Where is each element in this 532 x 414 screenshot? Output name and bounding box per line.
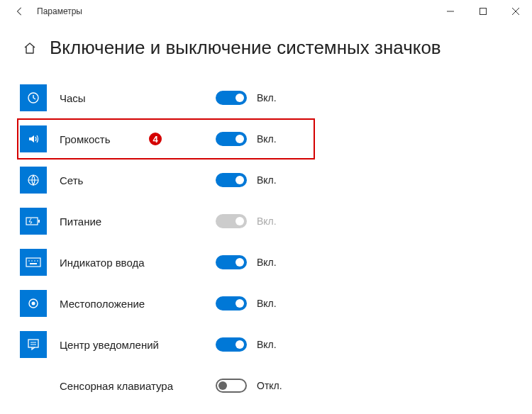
location-icon — [20, 290, 47, 317]
row-location: Местоположение Вкл. — [20, 283, 512, 324]
svg-rect-11 — [30, 263, 37, 264]
toggle-volume[interactable] — [216, 132, 247, 146]
keyboard-icon — [20, 249, 47, 276]
row-network: Сеть Вкл. — [20, 160, 512, 201]
row-clock: Часы Вкл. — [20, 77, 512, 118]
home-button[interactable] — [20, 38, 40, 58]
row-label: Индикатор ввода — [60, 257, 216, 269]
titlebar: Параметры — [0, 0, 532, 23]
settings-list: Часы Вкл. Громкость 4 Вкл. Сеть Вкл. Пит… — [0, 73, 532, 406]
row-label: Питание — [60, 216, 216, 228]
svg-rect-14 — [28, 340, 38, 347]
svg-point-9 — [34, 260, 35, 262]
row-power: Питание Вкл. — [20, 201, 512, 242]
toggle-clock[interactable] — [216, 91, 247, 105]
minimize-button[interactable] — [434, 0, 467, 23]
row-label: Сенсорная клавиатура — [60, 380, 216, 392]
window-controls — [434, 0, 532, 23]
page-title: Включение и выключение системных значков — [50, 37, 441, 59]
globe-icon — [20, 167, 47, 194]
clock-icon — [20, 84, 47, 111]
close-button[interactable] — [499, 0, 532, 23]
toggle-location[interactable] — [216, 296, 247, 310]
window-title: Параметры — [37, 6, 82, 16]
svg-rect-6 — [26, 258, 40, 267]
row-label: Часы — [60, 92, 216, 104]
toggle-power — [216, 214, 247, 228]
action-center-icon — [20, 331, 47, 358]
row-label: Громкость — [60, 133, 216, 145]
toggle-state: Вкл. — [257, 339, 277, 350]
toggle-action-center[interactable] — [216, 337, 247, 352]
row-label: Сеть — [60, 174, 216, 186]
toggle-state: Вкл. — [257, 216, 277, 227]
svg-rect-4 — [26, 218, 38, 225]
row-label: Центр уведомлений — [60, 339, 216, 351]
battery-icon — [20, 208, 47, 235]
svg-rect-5 — [38, 220, 40, 223]
page-header: Включение и выключение системных значков — [0, 23, 532, 73]
toggle-touch-keyboard[interactable] — [216, 379, 247, 393]
row-volume: Громкость 4 Вкл. — [20, 118, 512, 160]
toggle-state: Вкл. — [257, 174, 277, 186]
toggle-state: Вкл. — [257, 257, 277, 268]
row-input-indicator: Индикатор ввода Вкл. — [20, 242, 512, 283]
toggle-input-indicator[interactable] — [216, 255, 247, 269]
svg-rect-1 — [480, 9, 487, 15]
volume-icon — [20, 125, 47, 152]
back-button[interactable] — [6, 0, 34, 23]
row-label: Местоположение — [60, 298, 216, 310]
svg-point-13 — [32, 302, 35, 306]
toggle-state: Вкл. — [257, 298, 277, 309]
row-touch-keyboard: Сенсорная клавиатура Откл. — [20, 365, 512, 406]
row-action-center: Центр уведомлений Вкл. — [20, 324, 512, 365]
toggle-network[interactable] — [216, 173, 247, 187]
maximize-button[interactable] — [467, 0, 499, 23]
toggle-state: Откл. — [257, 380, 282, 391]
touch-keyboard-icon — [20, 372, 47, 399]
svg-point-7 — [28, 260, 30, 262]
annotation-callout: 4 — [148, 131, 163, 147]
toggle-state: Вкл. — [257, 133, 277, 145]
svg-point-8 — [31, 260, 33, 262]
svg-point-10 — [37, 260, 38, 262]
toggle-state: Вкл. — [257, 92, 277, 103]
